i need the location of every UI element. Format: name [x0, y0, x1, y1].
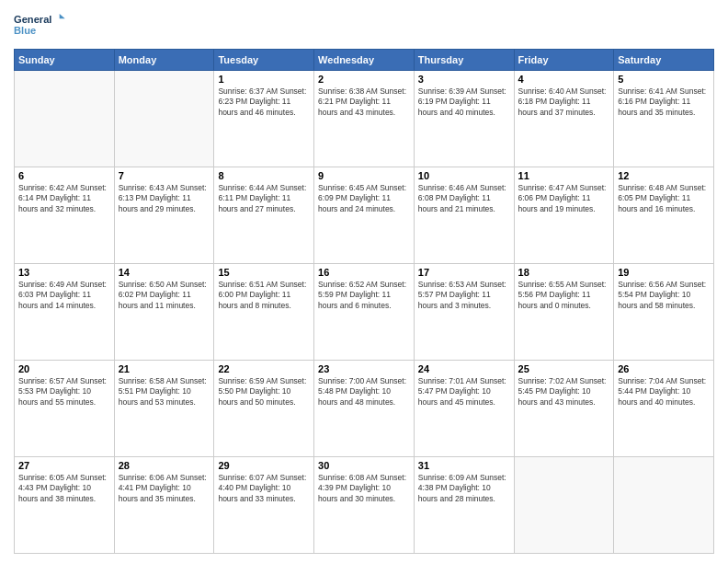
- day-info: Sunrise: 6:51 AM Sunset: 6:00 PM Dayligh…: [218, 280, 310, 311]
- day-number: 17: [418, 267, 510, 278]
- day-number: 27: [18, 460, 110, 471]
- day-info: Sunrise: 7:04 AM Sunset: 5:44 PM Dayligh…: [618, 376, 710, 408]
- day-info: Sunrise: 6:46 AM Sunset: 6:08 PM Dayligh…: [418, 183, 510, 214]
- day-number: 4: [518, 74, 610, 85]
- calendar-cell: 22Sunrise: 6:59 AM Sunset: 5:50 PM Dayli…: [214, 361, 314, 457]
- day-info: Sunrise: 6:57 AM Sunset: 5:53 PM Dayligh…: [18, 376, 110, 408]
- calendar-cell: 30Sunrise: 6:08 AM Sunset: 4:39 PM Dayli…: [314, 457, 415, 554]
- day-info: Sunrise: 6:56 AM Sunset: 5:54 PM Dayligh…: [618, 280, 710, 311]
- calendar-cell: 17Sunrise: 6:53 AM Sunset: 5:57 PM Dayli…: [414, 264, 514, 361]
- calendar-cell: 9Sunrise: 6:45 AM Sunset: 6:09 PM Daylig…: [314, 167, 415, 264]
- day-info: Sunrise: 7:02 AM Sunset: 5:45 PM Dayligh…: [518, 376, 610, 408]
- calendar-cell: [614, 457, 714, 554]
- day-number: 23: [318, 363, 410, 374]
- calendar-cell: 16Sunrise: 6:52 AM Sunset: 5:59 PM Dayli…: [314, 264, 415, 361]
- day-number: 29: [218, 460, 310, 471]
- svg-marker-1: [60, 14, 65, 18]
- day-info: Sunrise: 6:39 AM Sunset: 6:19 PM Dayligh…: [418, 86, 510, 118]
- svg-text:Blue: Blue: [14, 25, 36, 36]
- day-number: 9: [318, 170, 410, 181]
- calendar-cell: 27Sunrise: 6:05 AM Sunset: 4:43 PM Dayli…: [15, 457, 115, 554]
- logo-svg: General Blue: [14, 9, 69, 41]
- calendar-cell: 21Sunrise: 6:58 AM Sunset: 5:51 PM Dayli…: [114, 361, 214, 457]
- header: General Blue: [14, 9, 714, 41]
- day-number: 6: [18, 170, 110, 181]
- day-info: Sunrise: 6:50 AM Sunset: 6:02 PM Dayligh…: [119, 280, 210, 311]
- day-number: 20: [18, 363, 110, 374]
- weekday-wednesday: Wednesday: [314, 50, 415, 71]
- day-info: Sunrise: 6:41 AM Sunset: 6:16 PM Dayligh…: [618, 86, 710, 118]
- day-info: Sunrise: 6:47 AM Sunset: 6:06 PM Dayligh…: [518, 183, 610, 214]
- day-info: Sunrise: 6:52 AM Sunset: 5:59 PM Dayligh…: [318, 280, 410, 311]
- week-row-3: 13Sunrise: 6:49 AM Sunset: 6:03 PM Dayli…: [15, 264, 714, 361]
- day-number: 3: [418, 74, 510, 85]
- weekday-tuesday: Tuesday: [214, 50, 314, 71]
- calendar-cell: 15Sunrise: 6:51 AM Sunset: 6:00 PM Dayli…: [214, 264, 314, 361]
- calendar-cell: 31Sunrise: 6:09 AM Sunset: 4:38 PM Dayli…: [414, 457, 514, 554]
- day-info: Sunrise: 6:06 AM Sunset: 4:41 PM Dayligh…: [119, 473, 210, 504]
- calendar-cell: 6Sunrise: 6:42 AM Sunset: 6:14 PM Daylig…: [15, 167, 115, 264]
- calendar-cell: 10Sunrise: 6:46 AM Sunset: 6:08 PM Dayli…: [414, 167, 514, 264]
- calendar-cell: 19Sunrise: 6:56 AM Sunset: 5:54 PM Dayli…: [614, 264, 714, 361]
- day-number: 12: [618, 170, 710, 181]
- calendar-cell: 3Sunrise: 6:39 AM Sunset: 6:19 PM Daylig…: [414, 71, 514, 167]
- day-number: 5: [618, 74, 710, 85]
- week-row-1: 1Sunrise: 6:37 AM Sunset: 6:23 PM Daylig…: [15, 71, 714, 167]
- day-number: 15: [218, 267, 310, 278]
- weekday-header-row: SundayMondayTuesdayWednesdayThursdayFrid…: [15, 50, 714, 71]
- calendar-cell: 28Sunrise: 6:06 AM Sunset: 4:41 PM Dayli…: [114, 457, 214, 554]
- weekday-saturday: Saturday: [614, 50, 714, 71]
- day-info: Sunrise: 6:44 AM Sunset: 6:11 PM Dayligh…: [218, 183, 310, 214]
- day-number: 11: [518, 170, 610, 181]
- day-number: 19: [618, 267, 710, 278]
- calendar-cell: 5Sunrise: 6:41 AM Sunset: 6:16 PM Daylig…: [614, 71, 714, 167]
- calendar-cell: 24Sunrise: 7:01 AM Sunset: 5:47 PM Dayli…: [414, 361, 514, 457]
- day-info: Sunrise: 6:42 AM Sunset: 6:14 PM Dayligh…: [18, 183, 110, 214]
- day-info: Sunrise: 6:09 AM Sunset: 4:38 PM Dayligh…: [418, 473, 510, 504]
- day-info: Sunrise: 6:49 AM Sunset: 6:03 PM Dayligh…: [18, 280, 110, 311]
- calendar-cell: 18Sunrise: 6:55 AM Sunset: 5:56 PM Dayli…: [514, 264, 614, 361]
- day-number: 10: [418, 170, 510, 181]
- day-info: Sunrise: 6:05 AM Sunset: 4:43 PM Dayligh…: [18, 473, 110, 504]
- calendar-cell: 29Sunrise: 6:07 AM Sunset: 4:40 PM Dayli…: [214, 457, 314, 554]
- day-info: Sunrise: 6:37 AM Sunset: 6:23 PM Dayligh…: [218, 86, 310, 118]
- day-number: 7: [119, 170, 210, 181]
- weekday-friday: Friday: [514, 50, 614, 71]
- day-number: 30: [318, 460, 410, 471]
- calendar-table: SundayMondayTuesdayWednesdayThursdayFrid…: [14, 49, 714, 554]
- day-number: 28: [119, 460, 210, 471]
- day-info: Sunrise: 6:59 AM Sunset: 5:50 PM Dayligh…: [218, 376, 310, 408]
- calendar-cell: [514, 457, 614, 554]
- day-info: Sunrise: 7:00 AM Sunset: 5:48 PM Dayligh…: [318, 376, 410, 408]
- calendar-cell: 7Sunrise: 6:43 AM Sunset: 6:13 PM Daylig…: [114, 167, 214, 264]
- day-number: 2: [318, 74, 410, 85]
- day-number: 1: [218, 74, 310, 85]
- day-number: 21: [119, 363, 210, 374]
- calendar-cell: [114, 71, 214, 167]
- calendar-cell: 13Sunrise: 6:49 AM Sunset: 6:03 PM Dayli…: [15, 264, 115, 361]
- day-info: Sunrise: 6:40 AM Sunset: 6:18 PM Dayligh…: [518, 86, 610, 118]
- calendar-cell: 1Sunrise: 6:37 AM Sunset: 6:23 PM Daylig…: [214, 71, 314, 167]
- day-info: Sunrise: 6:45 AM Sunset: 6:09 PM Dayligh…: [318, 183, 410, 214]
- weekday-thursday: Thursday: [414, 50, 514, 71]
- page: General Blue SundayMondayTuesdayWednesda…: [0, 0, 728, 563]
- calendar-cell: 8Sunrise: 6:44 AM Sunset: 6:11 PM Daylig…: [214, 167, 314, 264]
- calendar-cell: 20Sunrise: 6:57 AM Sunset: 5:53 PM Dayli…: [15, 361, 115, 457]
- day-info: Sunrise: 6:58 AM Sunset: 5:51 PM Dayligh…: [119, 376, 210, 408]
- calendar-cell: 2Sunrise: 6:38 AM Sunset: 6:21 PM Daylig…: [314, 71, 415, 167]
- logo: General Blue: [14, 9, 69, 41]
- day-number: 25: [518, 363, 610, 374]
- day-info: Sunrise: 6:07 AM Sunset: 4:40 PM Dayligh…: [218, 473, 310, 504]
- day-number: 24: [418, 363, 510, 374]
- day-number: 18: [518, 267, 610, 278]
- day-number: 14: [119, 267, 210, 278]
- day-info: Sunrise: 6:48 AM Sunset: 6:05 PM Dayligh…: [618, 183, 710, 214]
- day-info: Sunrise: 6:43 AM Sunset: 6:13 PM Dayligh…: [119, 183, 210, 214]
- week-row-5: 27Sunrise: 6:05 AM Sunset: 4:43 PM Dayli…: [15, 457, 714, 554]
- day-info: Sunrise: 6:08 AM Sunset: 4:39 PM Dayligh…: [318, 473, 410, 504]
- day-number: 13: [18, 267, 110, 278]
- day-number: 26: [618, 363, 710, 374]
- calendar-cell: 26Sunrise: 7:04 AM Sunset: 5:44 PM Dayli…: [614, 361, 714, 457]
- day-number: 31: [418, 460, 510, 471]
- calendar-cell: [15, 71, 115, 167]
